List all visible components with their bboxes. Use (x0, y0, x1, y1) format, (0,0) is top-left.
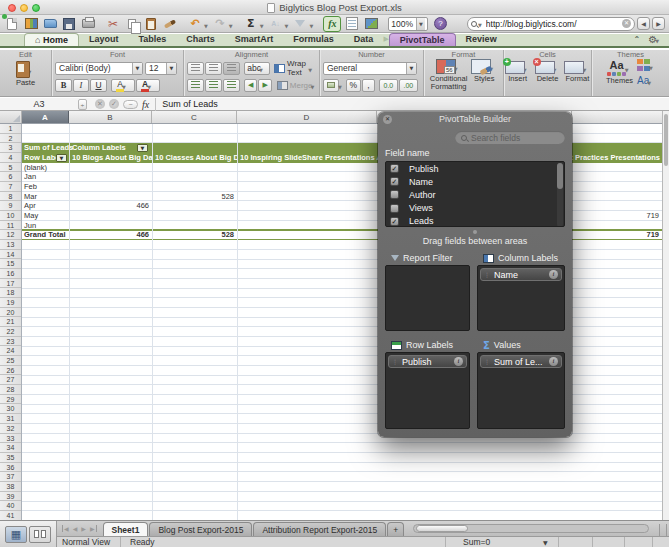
conditional-formatting-button[interactable]: ▼ ConditionalFormatting (430, 59, 468, 91)
percent-button[interactable]: % (346, 79, 361, 92)
paste-icon[interactable] (143, 16, 159, 31)
accept-entry-icon[interactable]: ✓ (109, 99, 119, 109)
last-sheet-icon[interactable]: ▶ (90, 525, 97, 532)
search-field[interactable]: ▼ http://blog.biglytics.com/ ✕ (467, 17, 635, 31)
field-list-scrollbar[interactable] (557, 163, 563, 227)
cell-c8[interactable]: 528 (185, 192, 234, 202)
format-painter-icon[interactable] (162, 16, 178, 31)
wrap-text-button[interactable]: Wrap Text▼ (274, 59, 316, 77)
pill-name[interactable]: ⋮Namei (480, 268, 562, 281)
field-item-name[interactable]: ✓Name (386, 175, 564, 188)
font-size-combo[interactable]: 12▼ (145, 62, 177, 75)
font-color-button[interactable]: A▼ (136, 79, 160, 92)
filter-icon[interactable] (292, 16, 308, 31)
collapse-ribbon-icon[interactable]: ⌃ (633, 35, 640, 44)
sheet-tab-attribution-report-export-2015[interactable]: Attribution Report Export-2015 (253, 522, 386, 536)
vertical-scrollbar-thumb[interactable] (664, 114, 668, 166)
theme-colors-button[interactable]: ▼ (637, 59, 657, 72)
cell-b3-column-labels[interactable]: Column Labels (72, 143, 132, 153)
currency-button[interactable] (323, 79, 339, 92)
align-bottom-button[interactable] (223, 62, 240, 75)
cell-a9[interactable]: Apr (24, 201, 68, 211)
redo-icon[interactable]: ↷ (212, 16, 228, 31)
align-right-button[interactable] (223, 79, 240, 92)
tabstrip-resize-grip[interactable] (659, 524, 667, 536)
tab-data[interactable]: Data (344, 33, 384, 46)
tab-pivottable[interactable]: PivotTable (389, 33, 456, 46)
styles-button[interactable]: ▼ Styles (471, 59, 497, 91)
cancel-entry-icon[interactable]: ✕ (95, 99, 105, 109)
format-cells-button[interactable]: ▼ Format (564, 59, 590, 83)
copy-icon[interactable] (124, 16, 140, 31)
toolbox-icon[interactable] (344, 16, 360, 31)
tab-formulas[interactable]: Formulas (283, 33, 344, 46)
formula-bar-value[interactable]: Sum of Leads (162, 99, 218, 109)
cell-b9[interactable]: 466 (100, 201, 149, 211)
paste-button[interactable]: ▼ Paste (2, 61, 49, 87)
help-icon[interactable]: ? (434, 17, 447, 30)
number-format-combo[interactable]: General▼ (323, 62, 417, 75)
field-item-views[interactable]: Views (386, 202, 564, 215)
autosum-dropdown[interactable]: ▼ (260, 23, 264, 29)
values-area[interactable]: ⋮Sum of Le...i (477, 352, 565, 429)
prev-sheet-icon[interactable]: ◀ (73, 525, 78, 532)
align-center-button[interactable] (205, 79, 222, 92)
media-browser-icon[interactable] (363, 16, 379, 31)
report-filter-area[interactable] (385, 265, 470, 331)
pill-info-icon[interactable]: i (549, 270, 558, 279)
collapse-formula-bar-icon[interactable]: − (123, 100, 138, 109)
align-top-button[interactable] (187, 62, 204, 75)
sort-dropdown[interactable]: ▼ (285, 23, 289, 29)
tab-layout[interactable]: Layout (79, 33, 129, 46)
insert-cells-button[interactable]: +▼ Insert (505, 59, 531, 83)
back-icon[interactable]: ◀ (637, 17, 650, 30)
first-sheet-icon[interactable]: ◀ (62, 525, 69, 532)
align-left-button[interactable] (187, 79, 204, 92)
cell-a6[interactable]: Jan (24, 172, 68, 182)
field-checkbox-leads[interactable]: ✓ (390, 217, 399, 226)
cell-a3-sum-of-leads[interactable]: Sum of Leads (24, 143, 69, 153)
add-sheet-tab[interactable]: + (387, 522, 404, 536)
field-checkbox-author[interactable] (390, 190, 399, 199)
fill-color-button[interactable]: A▼ (111, 79, 135, 92)
merge-button[interactable]: Merge▼ (277, 80, 319, 90)
field-checkbox-views[interactable] (390, 204, 399, 213)
pill-info-icon[interactable]: i (454, 357, 463, 366)
url-text[interactable]: http://blog.biglytics.com/ (486, 19, 622, 29)
sum-indicator[interactable]: Sum=0 (463, 537, 490, 547)
horizontal-scrollbar[interactable] (413, 524, 649, 533)
sheet-tab-sheet1[interactable]: Sheet1 (103, 522, 149, 536)
workbook-gallery-icon[interactable] (23, 16, 39, 31)
cell-b4-header[interactable]: 10 Blogs About Big Data (72, 153, 152, 163)
cell-a5[interactable]: (blank) (24, 163, 68, 173)
tab-charts[interactable]: Charts (176, 33, 225, 46)
cell-c4-header[interactable]: 10 Classes About Big Data (155, 153, 237, 163)
themes-button[interactable]: Aa▼ Themes (606, 59, 633, 86)
increase-indent-button[interactable]: ▶ (258, 79, 271, 92)
orientation-button[interactable]: abc▼ (244, 62, 270, 75)
undo-icon[interactable]: ↶ (187, 16, 203, 31)
new-workbook-icon[interactable] (4, 16, 20, 31)
field-list-resize-handle[interactable] (473, 230, 477, 234)
undo-dropdown[interactable]: ▼ (204, 23, 208, 29)
dialog-search-field[interactable]: Search fields (455, 131, 565, 144)
horizontal-scrollbar-thumb[interactable] (416, 525, 468, 532)
formula-builder-icon[interactable]: fx (323, 16, 341, 32)
sum-dropdown-icon[interactable]: ▼ (543, 537, 548, 547)
page-layout-view-button[interactable] (29, 526, 51, 543)
cell-e10[interactable]: 719 (585, 211, 659, 221)
pivottable-builder-dialog[interactable]: ✕ PivotTable Builder Search fields Field… (378, 112, 572, 437)
underline-button[interactable]: U (90, 79, 107, 92)
field-item-publish[interactable]: ✓Publish (386, 162, 564, 175)
field-list[interactable]: ✓Publish✓NameAuthorViews✓Leads (385, 161, 565, 227)
column-labels-filter-dropdown[interactable]: ▼ (137, 144, 148, 152)
next-sheet-icon[interactable]: ▶ (81, 525, 86, 532)
bold-button[interactable]: B (55, 79, 72, 92)
redo-dropdown[interactable]: ▼ (229, 23, 233, 29)
tab-home[interactable]: ⌂ Home (24, 33, 79, 46)
row-labels-filter-dropdown[interactable]: ▼ (56, 154, 67, 162)
theme-fonts-button[interactable]: Aa▼ (637, 75, 657, 86)
decrease-indent-button[interactable]: ◀ (244, 79, 257, 92)
zoom-dropdown-icon[interactable]: ▼ (416, 18, 425, 30)
align-middle-button[interactable] (205, 62, 222, 75)
